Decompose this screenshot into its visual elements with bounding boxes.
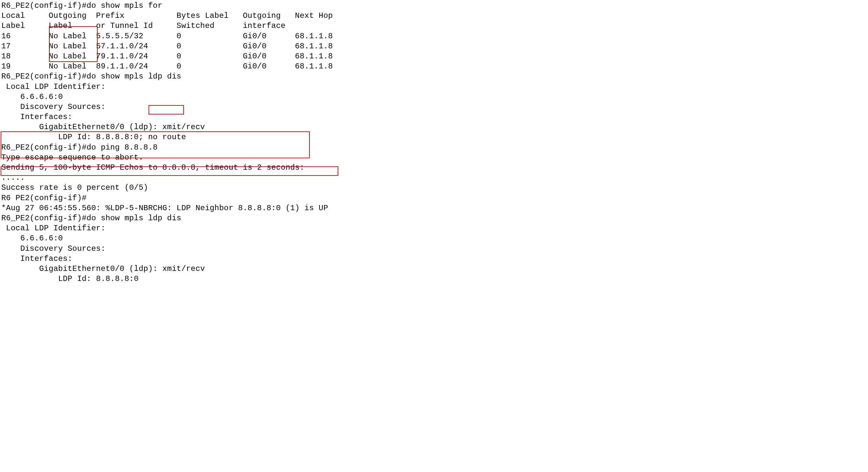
terminal-line-2: Label Label or Tunnel Id Switched interf… [1,22,295,30]
terminal-line-4: 17 No Label 57.1.1.0/24 0 Gi0/0 68.1.1.8 [1,42,333,51]
terminal-line-17: ..... [1,173,25,182]
terminal-line-1: Local Outgoing Prefix Bytes Label Outgoi… [1,11,333,20]
terminal-line-9: 6.6.6.6:0 [1,92,63,101]
terminal-line-22: Local LDP Identifier: [1,224,105,232]
terminal-line-26: GigabitEthernet0/0 (ldp): xmit/recv [1,264,205,273]
terminal-line-14: R6_PE2(config-if)#do ping 8.8.8.8 [1,143,158,152]
terminal-line-13: LDP Id: 8.8.8.8:0; no route [1,133,186,141]
terminal-line-5: 18 No Label 79.1.1.0/24 0 Gi0/0 68.1.1.8 [1,52,333,61]
terminal-line-8: Local LDP Identifier: [1,83,105,91]
terminal-line-23: 6.6.6.6:0 [1,234,63,243]
terminal-line-24: Discovery Sources: [1,244,105,253]
terminal-line-10: Discovery Sources: [1,102,105,111]
terminal-line-7: R6_PE2(config-if)#do show mpls ldp dis [1,72,181,81]
terminal-line-16: Sending 5, 100-byte ICMP Echos to 8.8.8.… [1,163,305,172]
terminal-line-3: 16 No Label 5.5.5.5/32 0 Gi0/0 68.1.1.8 [1,32,333,40]
terminal-line-20: *Aug 27 06:45:55.560: %LDP-5-NBRCHG: LDP… [1,204,328,213]
terminal-line-25: Interfaces: [1,254,72,263]
terminal-line-21: R6_PE2(config-if)#do show mpls ldp dis [1,214,181,223]
highlight-no-route [149,105,184,115]
terminal-line-12: GigabitEthernet0/0 (ldp): xmit/recv [1,123,205,131]
terminal-line-11: Interfaces: [1,113,72,121]
terminal-output: R6_PE2(config-if)#do show mpls for Local… [0,0,868,284]
terminal-line-6: 19 No Label 89.1.1.0/24 0 Gi0/0 68.1.1.8 [1,62,333,71]
terminal-line-0: R6_PE2(config-if)#do show mpls for [1,1,162,10]
terminal-line-19: R6 PE2(config-if)# [1,194,87,202]
terminal-line-18: Success rate is 0 percent (0/5) [1,183,148,192]
terminal-line-27: LDP Id: 8.8.8.8:0 [1,275,138,283]
terminal-line-15: Type escape sequence to abort. [1,153,143,162]
